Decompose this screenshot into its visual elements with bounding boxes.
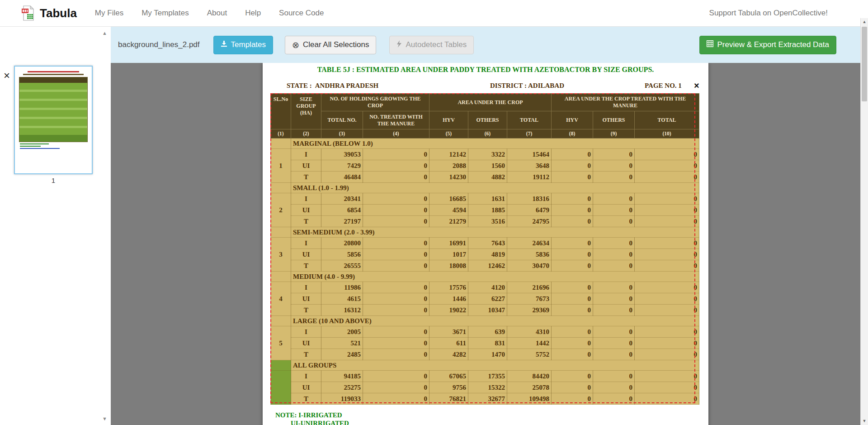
page-thumbnail-sidebar: × 1 ▲ ▼ [0, 27, 111, 425]
document-meta-row: STATE : ANDHRA PRADESH DISTRICT : ADILAB… [263, 82, 708, 91]
note-line-1: NOTE: I-IRRIGATED [275, 411, 342, 419]
brand-title[interactable]: Tabula [40, 6, 77, 20]
nav-about[interactable]: About [207, 9, 227, 18]
pdf-viewport: TABLE 5J : ESTIMATED AREA UNDER PADDY TR… [111, 63, 860, 425]
nav-source-code[interactable]: Source Code [279, 9, 324, 18]
clear-circle-x-icon: ⊗ [292, 41, 299, 49]
pdf-page[interactable]: TABLE 5J : ESTIMATED AREA UNDER PADDY TR… [263, 63, 708, 425]
scroll-down-icon[interactable]: ▼ [861, 417, 868, 425]
autodetect-button-label: Autodetect Tables [406, 40, 467, 49]
thumbnail-page-number: 1 [14, 177, 93, 184]
district-field: DISTRICT : ADILABAD [490, 82, 564, 90]
sidebar-scroll-up-icon[interactable]: ▲ [102, 30, 107, 36]
district-label: DISTRICT : [490, 82, 527, 90]
nav-help[interactable]: Help [245, 9, 261, 18]
clear-all-selections-button[interactable]: ⊗ Clear All Selections [285, 36, 376, 54]
preview-export-button[interactable]: Preview & Export Extracted Data [699, 36, 836, 54]
page-thumbnail[interactable] [14, 66, 93, 174]
autodetect-tables-button[interactable]: Autodetect Tables [389, 36, 474, 54]
nav-my-templates[interactable]: My Templates [142, 9, 189, 18]
lightning-icon [396, 40, 402, 50]
document-filename: background_lines_2.pdf [118, 40, 200, 49]
page-no-label: PAGE NO. 1 [645, 82, 682, 90]
templates-button[interactable]: Templates [213, 36, 273, 54]
templates-upload-icon [221, 40, 227, 49]
nav-my-files[interactable]: My Files [95, 9, 123, 18]
vertical-scrollbar[interactable]: ▲ ▼ [860, 18, 868, 425]
clear-button-label: Clear All Selections [303, 40, 369, 49]
district-value: ADILABAD [528, 82, 564, 90]
export-button-label: Preview & Export Extracted Data [717, 40, 829, 49]
top-navbar: Tabula My Files My Templates About Help … [0, 0, 868, 27]
tabula-logo-icon[interactable] [21, 5, 35, 21]
thumb-mini-table [19, 77, 88, 142]
sidebar-scroll-down-icon[interactable]: ▼ [102, 416, 107, 421]
table-grid-icon [707, 40, 713, 49]
delete-selection-icon[interactable]: × [694, 81, 699, 90]
state-value: ANDHRA PRADESH [315, 82, 378, 90]
state-field: STATE : ANDHRA PRADESH [287, 82, 378, 90]
support-link[interactable]: Support Tabula on OpenCollective! [709, 9, 828, 18]
thumb-meta-line [23, 74, 84, 75]
templates-button-label: Templates [231, 40, 266, 49]
document-table-title: TABLE 5J : ESTIMATED AREA UNDER PADDY TR… [263, 66, 708, 74]
table-selection-box[interactable] [270, 93, 695, 403]
scroll-up-icon[interactable]: ▲ [861, 18, 868, 26]
state-label: STATE : [287, 82, 312, 90]
scrollbar-thumb[interactable] [862, 27, 867, 101]
document-toolbar: background_lines_2.pdf Templates ⊗ Clear… [111, 27, 860, 63]
remove-page-icon[interactable]: × [4, 70, 10, 81]
thumb-title-line [28, 71, 79, 72]
note-line-2: UI-UNIRRIGATED [291, 420, 349, 425]
